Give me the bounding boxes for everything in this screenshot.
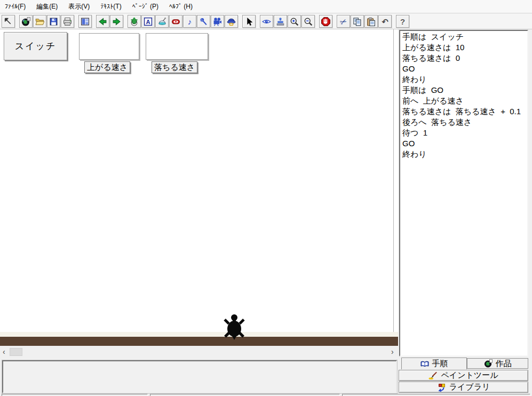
app-window: ﾌｧｲﾙ(F) 編集(E) 表示(V) ﾃｷｽﾄ(T) ﾍﾟｰｼﾞ (P) ﾍﾙ…	[0, 0, 532, 396]
turtle-sprite[interactable]	[222, 313, 247, 340]
save-button[interactable]	[47, 15, 60, 28]
code-line: 手順は スイッチ	[402, 31, 526, 42]
toolbar: A ♪ ✂ ↶ ?	[0, 14, 532, 29]
forward-arrow-icon	[112, 17, 121, 26]
code-line: GO	[402, 138, 526, 149]
code-line: 落ちる速さは 0	[402, 53, 526, 64]
code-line: 落ちる速さは 落ちる速さ + 0.1	[402, 106, 526, 117]
switch-button[interactable]: スイッチ	[4, 32, 67, 60]
page-layout-button[interactable]	[78, 15, 92, 28]
stage-canvas[interactable]	[0, 29, 398, 332]
zoom-in-icon	[290, 17, 299, 26]
layout-icon	[81, 17, 90, 26]
status-segment	[2, 394, 148, 396]
scrollbar-thumb[interactable]	[10, 348, 22, 356]
code-line: 終わり	[402, 74, 526, 85]
textbox-icon: A	[144, 17, 153, 26]
select-cursor-button[interactable]	[242, 15, 256, 28]
scissors-icon: ✂	[339, 17, 348, 27]
new-music-button[interactable]: ♪	[183, 15, 196, 28]
microphone-icon	[199, 17, 208, 26]
stop-hand-icon	[321, 17, 330, 26]
zoom-out-button[interactable]	[301, 15, 315, 28]
push-button-icon	[171, 17, 180, 26]
scroll-left-icon[interactable]: ‹	[3, 347, 5, 357]
procedure-code-panel[interactable]: 手順は スイッチ 上がる速さは 10 落ちる速さは 0 GO 終わり 手順は G…	[399, 30, 528, 357]
cursor-icon	[244, 17, 253, 26]
menu-file[interactable]: ﾌｧｲﾙ(F)	[5, 3, 26, 10]
svg-text:A: A	[146, 18, 150, 25]
new-movie-button[interactable]	[211, 15, 224, 28]
up-speed-box[interactable]	[79, 33, 139, 60]
library-label: ライブラリ	[449, 382, 490, 392]
lamp-icon	[157, 17, 166, 26]
cut-button[interactable]: ✂	[337, 15, 350, 28]
stop-button[interactable]	[319, 15, 332, 28]
movie-camera-icon	[213, 17, 222, 26]
menu-text[interactable]: ﾃｷｽﾄ(T)	[100, 3, 121, 10]
code-line: 終わり	[402, 149, 526, 160]
new-cap-button[interactable]	[225, 15, 238, 28]
status-segment	[150, 394, 340, 396]
code-line: 前へ 上がる速さ	[402, 96, 526, 106]
open-button[interactable]	[33, 15, 46, 28]
stamp-button[interactable]	[274, 15, 287, 28]
menu-page[interactable]: ﾍﾟｰｼﾞ (P)	[132, 3, 158, 10]
up-speed-label: 上がる速さ	[84, 61, 130, 73]
menu-edit[interactable]: 編集(E)	[36, 2, 58, 11]
paste-icon	[367, 17, 376, 26]
command-input-area[interactable]	[2, 360, 397, 393]
copy-button[interactable]	[351, 15, 364, 28]
floppy-icon	[49, 17, 58, 26]
new-sound-button[interactable]	[197, 15, 210, 28]
paint-tools-button[interactable]: ペイントツール	[399, 370, 528, 381]
forward-button[interactable]	[110, 15, 123, 28]
tab-works[interactable]: 作品	[467, 358, 528, 369]
fall-speed-label: 落ちる速さ	[152, 61, 197, 73]
tab-procedures-label: 手順	[432, 359, 448, 369]
back-arrow-icon	[98, 17, 107, 26]
code-line: 後ろへ 落ちる速さ	[402, 117, 526, 128]
ground	[0, 337, 398, 346]
tab-works-label: 作品	[496, 359, 512, 369]
new-lamp-button[interactable]	[155, 15, 169, 28]
horizontal-scrollbar: ‹ ›	[0, 347, 398, 357]
turtle-icon	[130, 17, 139, 26]
zoom-out-icon	[304, 17, 313, 26]
new-turtle-button[interactable]	[128, 15, 141, 28]
menu-help[interactable]: ﾍﾙﾌﾟ (H)	[169, 3, 193, 10]
status-segment	[342, 394, 530, 396]
zoom-in-button[interactable]	[288, 15, 301, 28]
paint-tools-label: ペイントツール	[441, 370, 498, 381]
tab-procedures[interactable]: 手順	[401, 358, 467, 369]
undo-button[interactable]: ↶	[378, 15, 392, 28]
code-line: 待つ 1	[402, 128, 526, 138]
scroll-right-icon[interactable]: ›	[391, 347, 394, 357]
fall-speed-box[interactable]	[146, 33, 208, 60]
ground-strip	[0, 332, 398, 337]
paste-button[interactable]	[364, 15, 378, 28]
menu-bar: ﾌｧｲﾙ(F) 編集(E) 表示(V) ﾃｷｽﾄ(T) ﾍﾟｰｼﾞ (P) ﾍﾙ…	[0, 0, 532, 13]
help-icon: ?	[400, 18, 405, 26]
page-edge-line	[393, 29, 394, 332]
new-pushbutton-button[interactable]	[169, 15, 182, 28]
new-world-button[interactable]	[19, 15, 33, 28]
turtle-icon	[222, 313, 247, 340]
back-button[interactable]	[96, 15, 109, 28]
cap-icon	[227, 17, 236, 26]
world-icon	[21, 17, 30, 26]
code-line: 上がる速さは 10	[402, 42, 526, 53]
new-textbox-button[interactable]: A	[141, 15, 155, 28]
print-button[interactable]	[61, 15, 74, 28]
code-line: GO	[402, 64, 526, 74]
eye-button[interactable]	[260, 15, 273, 28]
eye-icon	[262, 17, 271, 26]
copy-icon	[353, 17, 362, 26]
undo-icon: ↶	[382, 18, 388, 26]
help-button[interactable]: ?	[396, 15, 409, 28]
menu-view[interactable]: 表示(V)	[68, 2, 90, 11]
code-line: 手順は GO	[402, 85, 526, 96]
pointer-corner-button[interactable]	[2, 15, 15, 28]
library-button[interactable]: ライブラリ	[399, 382, 528, 393]
open-folder-icon	[35, 17, 44, 26]
